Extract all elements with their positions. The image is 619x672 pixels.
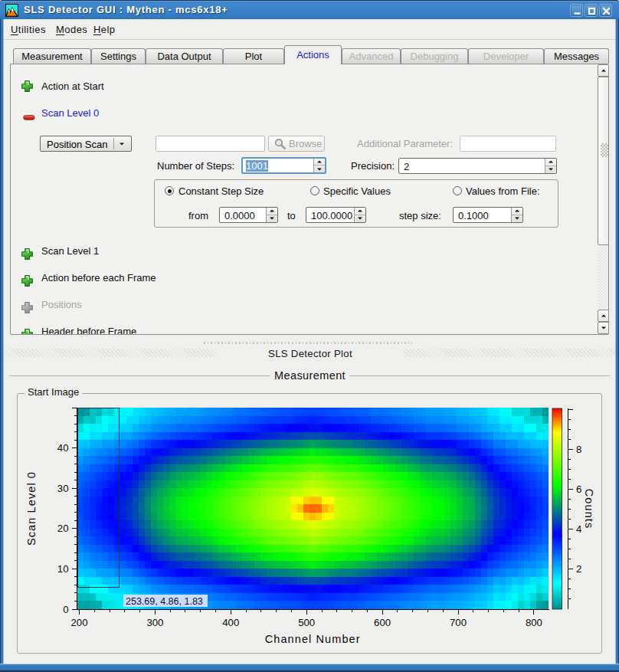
svg-text:600: 600 [374,617,391,628]
svg-text:40: 40 [57,442,69,454]
svg-text:4: 4 [576,523,581,535]
svg-text:400: 400 [222,617,239,628]
svg-text:2: 2 [576,563,581,575]
svg-text:30: 30 [57,483,69,494]
svg-text:Scan Level 0: Scan Level 0 [25,471,38,546]
svg-text:Channel Number: Channel Number [265,633,361,645]
svg-text:20: 20 [57,523,69,534]
svg-text:800: 800 [526,617,542,628]
svg-text:200: 200 [70,617,87,628]
svg-text:8: 8 [576,444,581,455]
svg-text:10: 10 [57,563,69,575]
svg-text:500: 500 [298,617,315,628]
svg-text:Counts: Counts [583,489,595,529]
svg-text:300: 300 [146,617,163,628]
svg-text:700: 700 [450,617,467,628]
svg-text:253.69, 4.86, 1.83: 253.69, 4.86, 1.83 [126,596,203,607]
svg-text:6: 6 [576,484,581,495]
svg-text:0: 0 [63,604,68,615]
